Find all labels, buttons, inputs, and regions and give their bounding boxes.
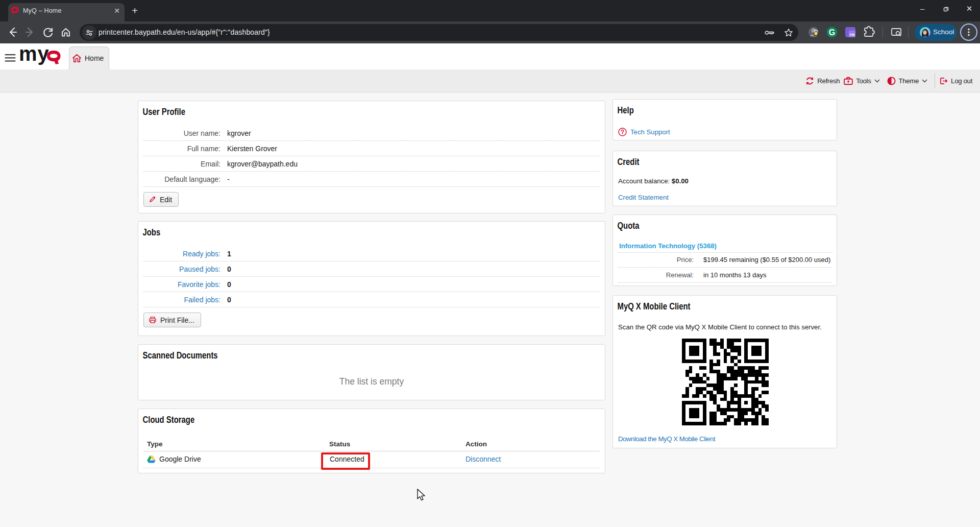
svg-text:G: G <box>829 28 835 37</box>
svg-text:rw: rw <box>850 32 855 37</box>
